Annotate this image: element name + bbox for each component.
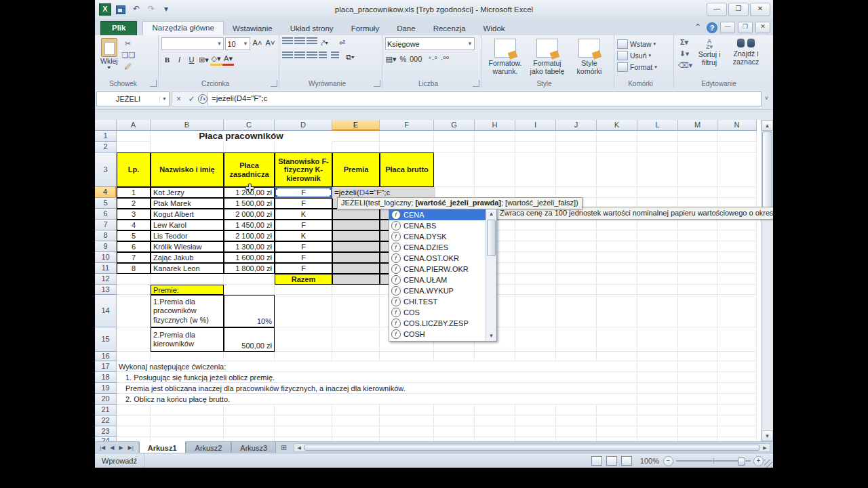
cell-I21[interactable]	[515, 405, 556, 415]
cell-I12[interactable]	[515, 274, 556, 285]
workbook-minimize-button[interactable]: —	[720, 22, 735, 33]
cell-E11[interactable]	[332, 263, 380, 274]
function-item-CENA.DYSK[interactable]: ƒCENA.DYSK	[389, 231, 486, 242]
function-item-CENA.PIERW.OKR[interactable]: ƒCENA.PIERW.OKR	[389, 264, 486, 274]
cell-I3[interactable]	[515, 152, 556, 187]
cell-B4[interactable]: Kot Jerzy	[151, 187, 224, 198]
row-header-10[interactable]: 10	[95, 252, 117, 263]
cell-C7[interactable]: 1 450,00 zł	[224, 220, 275, 230]
function-item-CENA.UŁAM[interactable]: ƒCENA.UŁAM	[389, 274, 486, 285]
cell-H23[interactable]	[475, 426, 515, 437]
cell-N1[interactable]	[717, 131, 757, 142]
function-item-COS.LICZBY.ZESP[interactable]: ƒCOS.LICZBY.ZESP	[389, 318, 486, 329]
cell-I1[interactable]	[515, 131, 556, 142]
zoom-in-icon[interactable]: +	[753, 456, 764, 466]
cell-D22[interactable]	[275, 415, 332, 426]
row-header-7[interactable]: 7	[95, 220, 117, 230]
cell-K13[interactable]	[597, 285, 637, 295]
maximize-button[interactable]: ❐	[728, 3, 749, 16]
cell-M4[interactable]	[678, 187, 717, 198]
cell-K18[interactable]	[597, 372, 637, 383]
workbook-close-button[interactable]: ✕	[755, 22, 770, 33]
cell-J4[interactable]	[556, 187, 597, 198]
cell-D14[interactable]	[275, 295, 332, 327]
paste-button[interactable]: Wklej▼	[98, 37, 121, 73]
shrink-font-button[interactable]: A˅	[264, 37, 276, 48]
scroll-up-icon[interactable]: ▲	[762, 120, 773, 131]
cell-N4[interactable]	[717, 187, 757, 198]
insert-function-button[interactable]: ƒx	[198, 94, 208, 104]
cell-L3[interactable]	[637, 152, 678, 187]
cell-A2[interactable]	[117, 142, 151, 152]
cell-C21[interactable]	[224, 405, 275, 415]
cell-D15[interactable]	[275, 327, 332, 352]
cell-L8[interactable]	[637, 230, 678, 241]
cell-I16[interactable]	[515, 352, 556, 361]
row-header-20[interactable]: 20	[95, 394, 117, 405]
cell-I22[interactable]	[515, 415, 556, 426]
cell-A20[interactable]: 2. Oblicz na końcu płacę brutto.	[117, 394, 597, 405]
column-header-E[interactable]: E	[332, 120, 380, 131]
column-header-K[interactable]: K	[597, 120, 637, 131]
cell-A15[interactable]	[117, 327, 151, 352]
row-header-3[interactable]: 3	[95, 152, 117, 187]
grow-font-button[interactable]: A˄	[252, 37, 263, 48]
column-header-I[interactable]: I	[515, 120, 556, 131]
cell-L4[interactable]	[637, 187, 678, 198]
column-header-H[interactable]: H	[475, 120, 515, 131]
cell-L9[interactable]	[637, 241, 678, 252]
merge-center-icon[interactable]: ⧉▾	[344, 52, 356, 62]
cell-K23[interactable]	[597, 426, 637, 437]
cell-B23[interactable]	[151, 426, 224, 437]
row-header-13[interactable]: 13	[95, 285, 117, 295]
cell-A11[interactable]: 8	[117, 263, 151, 274]
tab-narzedzia-glowne[interactable]: Narzędzia główne	[142, 21, 223, 35]
row-header-9[interactable]: 9	[95, 241, 117, 252]
cell-E15[interactable]	[332, 327, 380, 352]
cell-C23[interactable]	[224, 426, 275, 437]
workbook-restore-button[interactable]: ❐	[738, 22, 753, 33]
insert-cells-button[interactable]: Wstaw▾	[617, 39, 671, 49]
cell-E13[interactable]	[332, 285, 380, 295]
accounting-format-icon[interactable]: ▤▾	[385, 54, 397, 64]
cell-H1[interactable]	[475, 131, 515, 142]
find-select-button[interactable]: Znajdź i zaznacz	[727, 37, 765, 72]
function-item-CHI.TEST[interactable]: ƒCHI.TEST	[389, 296, 486, 307]
cell-N10[interactable]	[717, 252, 757, 263]
cell-B22[interactable]	[151, 415, 224, 426]
cell-M14[interactable]	[678, 295, 717, 327]
cell-N15[interactable]	[717, 327, 757, 352]
cell-L12[interactable]	[637, 274, 678, 285]
cell-D6[interactable]: K	[275, 209, 332, 220]
cell-C22[interactable]	[224, 415, 275, 426]
cell-F2[interactable]	[380, 142, 434, 152]
cell-N21[interactable]	[717, 405, 757, 415]
cell-A13[interactable]	[117, 285, 151, 295]
cell-D16[interactable]	[275, 352, 332, 361]
confirm-entry-button[interactable]: ✓	[185, 93, 198, 105]
cell-M23[interactable]	[678, 426, 717, 437]
cell-M10[interactable]	[678, 252, 717, 263]
scrollbar-thumb[interactable]	[487, 220, 496, 256]
font-name-combo[interactable]: ▼	[161, 37, 224, 50]
cell-J22[interactable]	[556, 415, 597, 426]
scroll-down-icon[interactable]: ▼	[762, 430, 773, 441]
cell-A22[interactable]	[117, 415, 151, 426]
last-sheet-icon[interactable]: ▶|	[126, 445, 136, 451]
comma-style-button[interactable]: 000	[410, 54, 422, 64]
conditional-formatting-button[interactable]: Formatow. warunk.	[484, 37, 526, 75]
cell-K4[interactable]	[597, 187, 637, 198]
cell-D10[interactable]: F	[275, 252, 332, 263]
cell-D5[interactable]: F	[275, 198, 332, 209]
cell-E9[interactable]	[332, 241, 380, 252]
cell-G23[interactable]	[434, 426, 475, 437]
cell-J10[interactable]	[556, 252, 597, 263]
cell-J16[interactable]	[556, 352, 597, 361]
cell-A8[interactable]: 5	[117, 230, 151, 241]
cell-A5[interactable]: 2	[117, 198, 151, 209]
cell-J2[interactable]	[556, 142, 597, 152]
cell-G22[interactable]	[434, 415, 475, 426]
cell-L20[interactable]	[637, 394, 678, 405]
cell-B7[interactable]: Lew Karol	[151, 220, 224, 230]
cell-N17[interactable]	[717, 361, 757, 372]
